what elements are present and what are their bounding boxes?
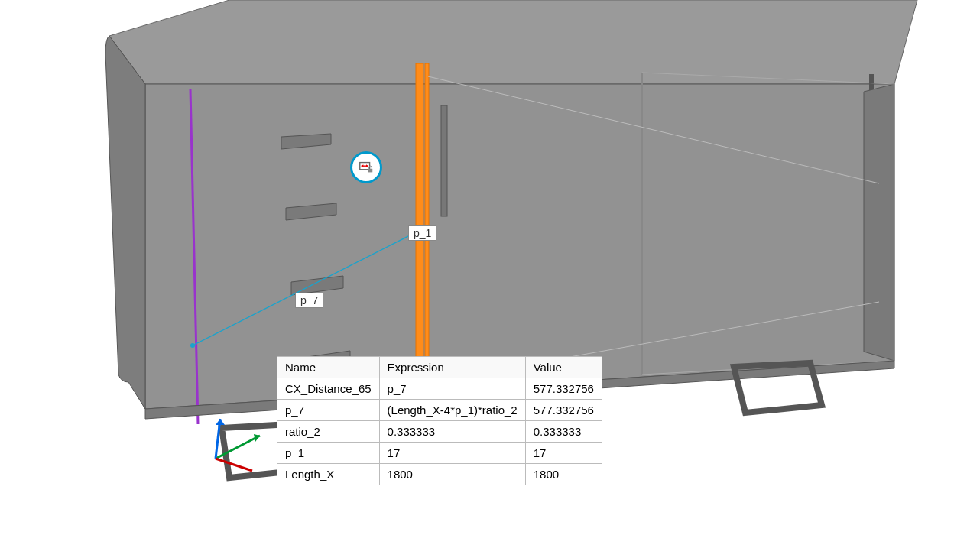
cad-viewport[interactable]: p_1 p_7 Name Expression Value CX_Distanc… [0, 0, 980, 535]
constraint-lock-icon[interactable] [350, 151, 382, 183]
svg-marker-0 [109, 0, 917, 84]
table-row[interactable]: CX_Distance_65 p_7 577.332756 [277, 378, 602, 400]
svg-rect-31 [368, 169, 373, 173]
col-expression: Expression [379, 357, 525, 378]
svg-rect-12 [441, 105, 447, 216]
expressions-table[interactable]: Name Expression Value CX_Distance_65 p_7… [277, 356, 602, 485]
table-row[interactable]: Length_X 1800 1800 [277, 464, 602, 485]
svg-point-21 [190, 343, 195, 348]
col-name: Name [277, 357, 380, 378]
col-value: Value [525, 357, 602, 378]
svg-marker-29 [362, 164, 364, 167]
svg-rect-4 [425, 63, 429, 384]
svg-line-26 [216, 459, 252, 471]
svg-marker-8 [864, 84, 894, 361]
table-row[interactable]: ratio_2 0.333333 0.333333 [277, 421, 602, 443]
table-row[interactable]: p_7 (Length_X-4*p_1)*ratio_2 577.332756 [277, 400, 602, 421]
table-header-row: Name Expression Value [277, 357, 602, 378]
table-row[interactable]: p_1 17 17 [277, 443, 602, 464]
svg-marker-30 [366, 164, 368, 167]
param-label-p1[interactable]: p_1 [408, 225, 436, 241]
svg-marker-25 [216, 419, 225, 425]
param-label-p7[interactable]: p_7 [295, 293, 323, 308]
svg-rect-3 [416, 63, 423, 384]
